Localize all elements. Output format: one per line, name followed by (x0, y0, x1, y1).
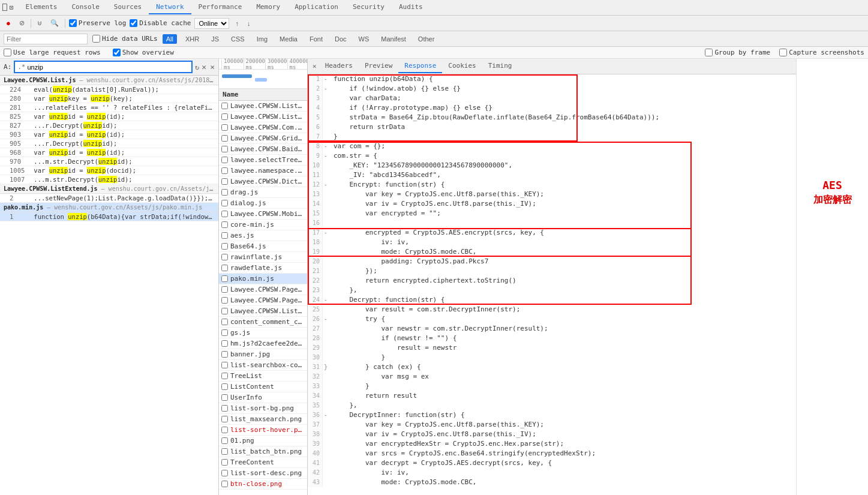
network-item[interactable]: list_batch_btn.png (219, 446, 307, 457)
network-item-checkbox[interactable] (221, 297, 228, 304)
code-line-collapse-toggle[interactable]: - (323, 314, 331, 324)
search-result-line[interactable]: 827 ...r.Decrypt(unzipid); (0, 121, 218, 130)
search-result-line[interactable]: 1007 ...m.str.Decrypt(unzipid); (0, 175, 218, 184)
network-item-checkbox[interactable] (221, 362, 228, 368)
filter-media-button[interactable]: Media (276, 34, 301, 44)
search-result-line[interactable]: 903 var unzipid = unzip(id); (0, 130, 218, 139)
network-item[interactable]: core-min.js (219, 220, 307, 230)
network-item[interactable]: Lawyee.CPWSW.ListE... (219, 306, 307, 317)
network-item-checkbox[interactable] (221, 167, 228, 174)
network-item[interactable]: 01.png (219, 436, 307, 446)
network-item-checkbox[interactable] (221, 275, 228, 282)
capture-screenshots-label[interactable]: Capture screenshots (779, 49, 864, 56)
network-item[interactable]: Lawyee.CPWSW.Mobi... (219, 209, 307, 220)
code-line-collapse-toggle[interactable]: - (323, 142, 331, 151)
code-line-collapse-toggle[interactable]: - (323, 228, 331, 238)
tab-network[interactable]: Network (149, 1, 191, 14)
network-item[interactable]: Lawyee.CPWSW.DictD... (219, 176, 307, 187)
network-item-checkbox[interactable] (221, 135, 228, 142)
network-item[interactable]: pako.min.js (219, 274, 307, 284)
tab-response[interactable]: Response (398, 59, 442, 73)
download-button[interactable]: ↓ (245, 19, 253, 28)
network-item[interactable]: list-searchbox-conditi... (219, 360, 307, 371)
capture-screenshots-checkbox[interactable] (779, 49, 787, 56)
search-input[interactable] (28, 64, 190, 71)
code-line-collapse-toggle[interactable]: } (323, 362, 331, 372)
network-item[interactable]: Lawyee.CPWSW.List.js (219, 101, 307, 112)
tab-cookies[interactable]: Cookies (442, 59, 482, 73)
search-file-header-2[interactable]: Lawyee.CPWSW.ListExtend.js — wenshu.cour… (0, 184, 218, 194)
network-item[interactable]: gs.js (219, 328, 307, 338)
network-item[interactable]: Lawyee.CPWSW.Page... (219, 295, 307, 306)
network-item[interactable]: list_maxsearch.png (219, 414, 307, 425)
network-item-checkbox[interactable] (221, 394, 228, 401)
network-item-checkbox[interactable] (221, 124, 228, 131)
code-line-collapse-toggle[interactable]: - (323, 84, 331, 94)
preserve-log-label[interactable]: Preserve log (69, 19, 126, 27)
network-item-checkbox[interactable] (221, 178, 228, 185)
network-item-checkbox[interactable] (221, 113, 228, 120)
throttle-select[interactable]: Online (194, 18, 229, 29)
show-overview-checkbox[interactable] (113, 49, 121, 56)
filter-button[interactable]: ⊍ (35, 18, 44, 28)
show-overview-label[interactable]: Show overview (113, 49, 174, 56)
network-item-checkbox[interactable] (221, 437, 228, 444)
search-result-line[interactable]: 1 function unzip(b64Data){var strData;if… (0, 212, 218, 221)
network-item-checkbox[interactable] (221, 383, 228, 390)
network-item-checkbox[interactable] (221, 470, 228, 476)
network-item-checkbox[interactable] (221, 157, 228, 163)
network-item-checkbox[interactable] (221, 459, 228, 466)
filter-doc-button[interactable]: Doc (331, 34, 350, 44)
network-item[interactable]: drag.js (219, 187, 307, 198)
network-item[interactable]: Lawyee.CPWSW.Com... (219, 122, 307, 133)
network-item[interactable]: Base64.js (219, 241, 307, 252)
network-item-checkbox[interactable] (221, 351, 228, 358)
network-item-checkbox[interactable] (221, 319, 228, 325)
tab-preview[interactable]: Preview (359, 59, 398, 73)
search-result-line[interactable]: 825 var unzipid = unzip(id); (0, 112, 218, 121)
code-line-collapse-toggle[interactable]: - (323, 410, 331, 420)
network-item-checkbox[interactable] (221, 416, 228, 422)
filter-manifest-button[interactable]: Manifest (377, 34, 410, 44)
disable-cache-label[interactable]: Disable cache (130, 19, 191, 27)
network-item-checkbox[interactable] (221, 448, 228, 455)
tab-application[interactable]: Application (287, 1, 346, 14)
network-item-checkbox[interactable] (221, 189, 228, 196)
filter-input[interactable] (4, 34, 88, 44)
network-item[interactable]: list-sort-desc.png (219, 468, 307, 479)
network-item[interactable]: content_comment_clo... (219, 317, 307, 328)
filter-css-button[interactable]: CSS (227, 34, 248, 44)
network-item-checkbox[interactable] (221, 254, 228, 260)
tab-elements[interactable]: Elements (18, 1, 64, 14)
network-item-checkbox[interactable] (221, 427, 228, 433)
code-line-collapse-toggle[interactable]: - (323, 74, 331, 84)
search-result-line[interactable]: 968 var unzipid = unzip(id); (0, 148, 218, 157)
network-item[interactable]: Lawyee.CPWSW.ListLo... (219, 112, 307, 122)
network-item-checkbox[interactable] (221, 481, 228, 487)
network-item[interactable]: lawyee.namespace.ro... (219, 166, 307, 176)
network-item[interactable]: list-sort-hover.png (219, 425, 307, 436)
tab-sources[interactable]: Sources (107, 1, 149, 14)
network-item[interactable]: Lawyee.CPWSW.Baidu... (219, 144, 307, 155)
tab-security[interactable]: Security (346, 1, 392, 14)
code-tab-close[interactable]: × (310, 62, 319, 70)
filter-ws-button[interactable]: WS (355, 34, 373, 44)
network-item[interactable]: dialog.js (219, 198, 307, 209)
network-item[interactable]: hm.js?d2caefee2de09... (219, 338, 307, 349)
search-result-line[interactable]: 224 eval(unzip(datalist[0].RunEval)); (0, 85, 218, 94)
hide-data-urls-label[interactable]: Hide data URLs (92, 35, 158, 43)
network-item[interactable]: rawdeflate.js (219, 263, 307, 274)
filter-font-button[interactable]: Font (306, 34, 326, 44)
large-rows-label[interactable]: Use large request rows (4, 49, 101, 56)
search-result-line[interactable]: 970 ...m.str.Decrypt(unzipid); (0, 157, 218, 166)
network-item[interactable]: rawinflate.js (219, 252, 307, 263)
filter-all-button[interactable]: All (163, 34, 177, 44)
tab-performance[interactable]: Performance (191, 1, 250, 14)
network-item[interactable]: list-sort-bg.png (219, 403, 307, 414)
cancel-search-icon[interactable]: ✕ (202, 62, 206, 71)
network-item-checkbox[interactable] (221, 286, 228, 293)
search-file-header-1[interactable]: Lawyee.CPWSW.List.js — wenshu.court.gov.… (0, 76, 218, 85)
network-item-checkbox[interactable] (221, 329, 228, 336)
network-item-checkbox[interactable] (221, 405, 228, 412)
search-result-line[interactable]: 280 var unzipkey = unzip(key); (0, 94, 218, 103)
